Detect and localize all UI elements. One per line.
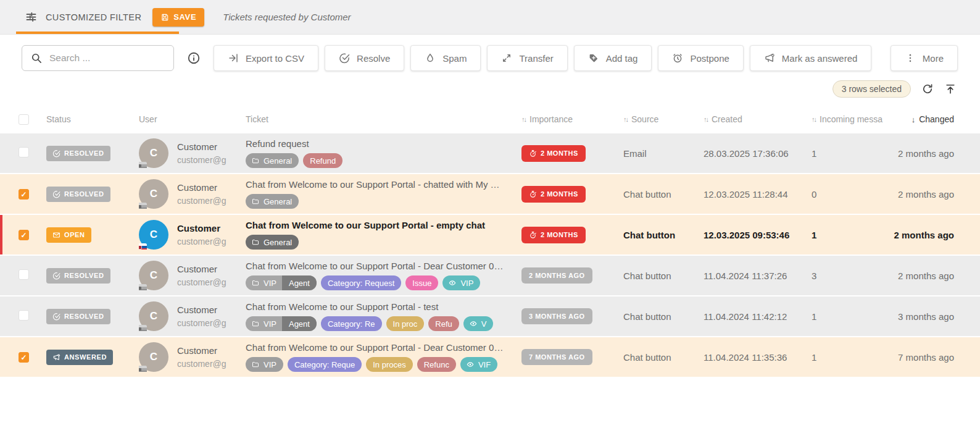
ticket-tag: Refunc [417,357,456,372]
row-checkbox[interactable] [19,230,29,240]
ticket-title: Refund request [246,138,515,149]
row-checkbox[interactable] [19,189,29,200]
changed-cell: 7 months ago [889,352,963,363]
ticket-tag: Category: Request [321,275,401,290]
table-row[interactable]: OPEN C Customer customer@g Chat from Wel… [0,215,980,256]
user-cell: C Customer customer@g [139,261,246,290]
search-input[interactable] [49,53,165,64]
status-cell: OPEN [46,227,139,243]
table-header: Status User Ticket ↑↓ Importance ↑↓ Sour… [0,105,980,133]
status-cell: RESOLVED [46,187,139,202]
info-icon[interactable] [187,51,201,65]
column-header-importance[interactable]: ↑↓ Importance [521,114,623,124]
column-header-source[interactable]: ↑↓ Source [623,114,704,124]
toolbar-button[interactable]: Mark as answered [750,45,872,71]
stopwatch-icon [529,190,537,198]
importance-cell: 2 MONTHS AGO [521,267,623,284]
column-header-user: User [139,114,246,124]
user-name: Customer [177,141,226,152]
ticket-tag: VIP Agent [246,275,317,290]
stopwatch-icon [529,231,537,239]
save-button[interactable]: SAVE [152,8,204,27]
ticket-tag: General [246,194,299,209]
ticket-cell: Chat from Welcome to our Support Portal … [246,220,521,250]
refresh-icon[interactable] [921,83,934,95]
tune-icon [25,11,38,23]
check-circle-icon [52,313,60,321]
importance-badge: 2 MONTHS [521,227,586,243]
ticket-cell: Chat from Welcome to our Support Portal … [246,301,521,331]
toolbar-buttons: Export to CSV Resolve Spam Transfer [214,45,958,71]
ticket-tag: VIP [246,357,283,372]
column-header-status: Status [46,114,139,124]
status-badge: RESOLVED [46,146,110,161]
ticket-tag: VIF [460,357,497,372]
ticket-title: Chat from Welcome to our Support Portal … [246,342,515,353]
column-header-ticket: Ticket [246,114,521,124]
user-cell: C Customer customer@g [139,138,246,168]
scroll-top-icon[interactable] [944,83,957,95]
ticket-tag: Category: Re [321,316,382,331]
user-name: Customer [177,345,226,356]
status-cell: ANSWERED [46,350,139,365]
incoming-messages-cell: 1 [812,230,889,240]
toolbar-button[interactable]: Add tag [574,45,652,71]
source-cell: Chat button [623,352,704,363]
ticket-tag: Category: Reque [288,357,362,372]
status-badge: RESOLVED [46,268,110,284]
user-email: customer@g [177,155,226,165]
toolbar-button[interactable]: Export to CSV [214,45,318,71]
importance-cell: 3 MONTHS AGO [521,308,623,324]
transfer-icon [501,53,512,64]
sort-icon: ↑↓ [521,116,526,123]
incoming-messages-cell: 1 [812,311,889,322]
ticket-tags: General [246,194,515,209]
column-header-changed[interactable]: ↓ Changed [889,114,963,124]
folder-icon [252,238,259,246]
table-row[interactable]: RESOLVED C Customer customer@g Refund re… [0,133,980,174]
toolbar-button[interactable]: More [891,45,958,71]
row-checkbox[interactable] [19,147,29,158]
filter-subtitle: Tickets requested by Customer [223,12,351,22]
table-row[interactable]: RESOLVED C Customer customer@g Chat from… [0,256,980,296]
toolbar-button[interactable]: Transfer [487,45,567,71]
select-all-checkbox[interactable] [19,114,29,125]
changed-cell: 2 months ago [889,148,963,159]
toolbar: Export to CSV Resolve Spam Transfer [0,35,980,105]
stopwatch-icon [529,149,537,158]
customized-filter-tab[interactable]: CUSTOMIZED FILTER [25,11,141,23]
toolbar-button[interactable]: Postpone [658,45,743,71]
column-header-created[interactable]: ↑↓ Created [704,114,812,124]
ticket-tags: VIP Category: Reque [246,357,515,372]
changed-cell: 2 months ago [889,230,963,240]
filter-title: CUSTOMIZED FILTER [46,12,141,22]
user-email: customer@g [177,359,226,369]
toolbar-button[interactable]: Resolve [325,45,404,71]
toolbar-button[interactable]: Spam [410,45,481,71]
status-cell: RESOLVED [46,309,139,324]
eye-icon [449,279,456,287]
table-row[interactable]: RESOLVED C Customer customer@g Chat from… [0,296,980,337]
country-flag [139,284,147,290]
status-badge: OPEN [46,227,91,243]
ticket-title: Chat from Welcome to our Support Portal … [246,301,515,312]
ticket-tags: VIP Agent Category: Re [246,316,515,331]
sort-icon: ↑↓ [704,116,708,123]
ticket-title: Chat from Welcome to our Support Portal … [246,220,515,230]
avatar: C [139,342,168,372]
user-name: Customer [177,305,226,315]
source-cell: Email [623,148,704,159]
table-row[interactable]: ANSWERED C Customer customer@g Chat from… [0,337,980,378]
ticket-tag: General [246,235,299,250]
ticket-cell: Chat from Welcome to our Support Portal … [246,261,521,290]
column-header-incoming-messages[interactable]: ↑↓ Incoming messa [812,114,889,124]
folder-icon [252,157,259,164]
rows-selected-badge: 3 rows selected [833,80,911,98]
importance-badge: 7 MONTHS AGO [521,349,592,365]
changed-cell: 2 months ago [889,271,963,281]
row-checkbox[interactable] [19,310,29,321]
table-row[interactable]: RESOLVED C Customer customer@g Chat from… [0,174,980,215]
row-checkbox[interactable] [19,352,29,363]
user-cell: C Customer customer@g [139,342,246,372]
row-checkbox[interactable] [19,269,29,280]
